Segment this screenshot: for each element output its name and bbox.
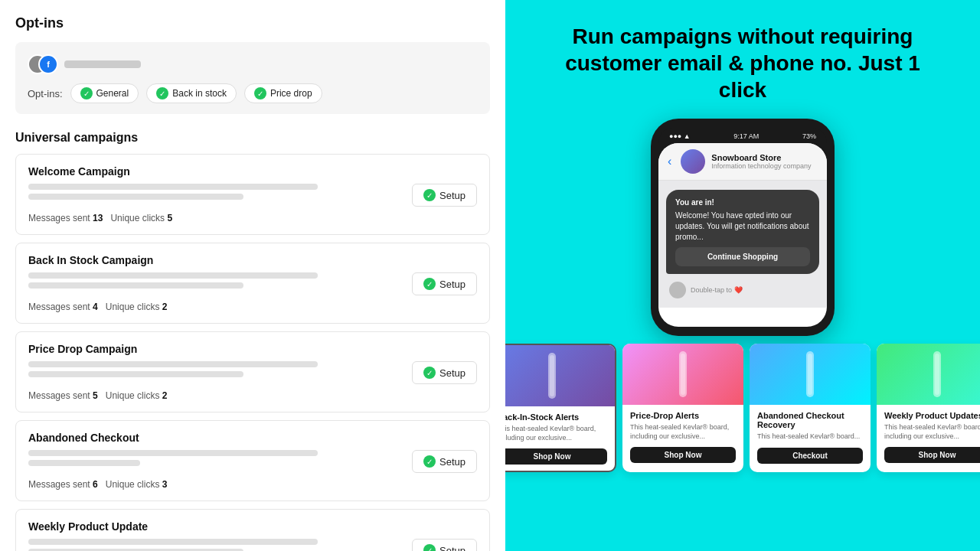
opt-in-badge-general[interactable]: ✓ General xyxy=(70,83,139,103)
check-icon-3: ✓ xyxy=(254,87,266,99)
mini-card-back-in-stock: Back-In-Stock Alerts This heat-sealed Ke… xyxy=(505,344,616,472)
campaign-stats-back: Messages sent 4 Unique clicks 2 xyxy=(28,302,477,312)
progress-bar-9 xyxy=(28,539,318,545)
double-tap-row: Double-tap to ❤️ xyxy=(666,282,819,298)
setup-button-weekly[interactable]: ✓ Setup xyxy=(412,539,477,551)
opt-ins-label: Opt-ins: xyxy=(28,88,63,99)
progress-bar-7 xyxy=(28,450,318,456)
mini-card-img-2 xyxy=(750,344,871,405)
message-bubble: You are in! Welcome! You have opted into… xyxy=(666,190,819,274)
check-icon: ✓ xyxy=(80,87,93,99)
left-panel: Opt-ins f Opt-ins: ✓ General ✓ Back in s… xyxy=(0,0,505,551)
mini-card-desc-0: This heat-sealed Kevlar® board, includin… xyxy=(505,425,607,442)
opt-in-badge-back-in-stock[interactable]: ✓ Back in stock xyxy=(146,83,237,103)
setup-button-back[interactable]: ✓ Setup xyxy=(412,272,477,295)
campaign-header-price: ✓ Setup xyxy=(28,361,477,384)
progress-bar-4 xyxy=(28,282,243,289)
phone-screen: ‹ Snowboard Store Information technology… xyxy=(658,143,827,327)
right-headline: Run campaigns without requiring customer… xyxy=(544,23,942,103)
avatar-facebook: f xyxy=(38,54,58,74)
mini-card-btn-0[interactable]: Shop Now xyxy=(505,448,607,465)
user-bar xyxy=(64,60,141,68)
campaign-card-back-in-stock: Back In Stock Campaign ✓ Setup Messages … xyxy=(15,243,490,324)
phone-signal: ●●● ▲ xyxy=(669,132,691,140)
progress-bars-weekly xyxy=(28,539,400,551)
phone-status-bar: ●●● ▲ 9:17 AM 73% xyxy=(658,128,827,143)
progress-bars-price xyxy=(28,361,400,377)
campaign-card-abandoned: Abandoned Checkout ✓ Setup Messages sent… xyxy=(15,420,490,501)
setup-button-abandoned[interactable]: ✓ Setup xyxy=(412,450,477,473)
messenger-header: ‹ Snowboard Store Information technology… xyxy=(658,143,827,181)
progress-bar-6 xyxy=(28,371,243,377)
mini-card-btn-1[interactable]: Shop Now xyxy=(630,447,736,463)
mini-card-btn-2[interactable]: Checkout xyxy=(757,448,863,464)
mini-card-body-1: Price-Drop Alerts This heat-sealed Kevla… xyxy=(622,405,743,469)
opt-ins-card: f Opt-ins: ✓ General ✓ Back in stock ✓ P… xyxy=(15,42,490,114)
message-body: Welcome! You have opted into our updates… xyxy=(675,210,810,243)
mini-card-desc-3: This heat-sealed Kevlar® board, includin… xyxy=(884,423,980,441)
mini-card-body-2: Abandoned Checkout Recovery This heat-se… xyxy=(750,405,871,470)
messenger-avatar xyxy=(681,149,705,174)
campaign-cards-row: Back-In-Stock Alerts This heat-sealed Ke… xyxy=(505,344,980,472)
setup-button-welcome[interactable]: ✓ Setup xyxy=(412,184,477,207)
check-icon-2: ✓ xyxy=(156,87,168,99)
campaign-stats-abandoned: Messages sent 6 Unique clicks 3 xyxy=(28,479,477,490)
store-sub: Information technology company xyxy=(711,162,811,170)
campaign-name-price: Price Drop Campaign xyxy=(28,343,477,355)
setup-button-price[interactable]: ✓ Setup xyxy=(412,361,477,384)
progress-bar-5 xyxy=(28,361,318,367)
mini-card-desc-2: This heat-sealed Kevlar® board... xyxy=(757,432,863,442)
messenger-info: Snowboard Store Information technology c… xyxy=(711,153,811,170)
mini-card-abandoned-checkout: Abandoned Checkout Recovery This heat-se… xyxy=(750,344,871,472)
progress-bars-welcome xyxy=(28,184,400,200)
check-icon-setup-3: ✓ xyxy=(423,367,436,379)
svg-rect-3 xyxy=(681,354,685,395)
campaign-header-back: ✓ Setup xyxy=(28,272,477,295)
store-name: Snowboard Store xyxy=(711,153,811,162)
campaign-card-welcome: Welcome Campaign ✓ Setup Messages sent 1… xyxy=(15,154,490,235)
back-arrow-icon: ‹ xyxy=(668,155,671,168)
mini-card-btn-3[interactable]: Shop Now xyxy=(884,447,980,463)
mini-card-body-0: Back-In-Stock Alerts This heat-sealed Ke… xyxy=(505,406,615,471)
campaign-stats-welcome: Messages sent 13 Unique clicks 5 xyxy=(28,213,477,223)
campaign-card-price-drop: Price Drop Campaign ✓ Setup Messages sen… xyxy=(15,331,490,412)
svg-rect-5 xyxy=(808,354,812,395)
campaign-name-abandoned: Abandoned Checkout xyxy=(28,432,477,444)
mini-card-title-0: Back-In-Stock Alerts xyxy=(505,412,607,422)
mini-card-img-1 xyxy=(622,344,743,405)
phone-time: 9:17 AM xyxy=(733,132,759,140)
mini-card-img-0 xyxy=(505,345,615,406)
right-panel: Run campaigns without requiring customer… xyxy=(505,0,980,551)
opt-in-badge-price-drop[interactable]: ✓ Price drop xyxy=(244,83,322,103)
campaign-header-welcome: ✓ Setup xyxy=(28,184,477,207)
mini-card-title-1: Price-Drop Alerts xyxy=(630,411,736,420)
campaign-stats-price: Messages sent 5 Unique clicks 2 xyxy=(28,390,477,401)
mini-card-weekly-update: Weekly Product Updates This heat-sealed … xyxy=(877,344,980,472)
opt-ins-row: Opt-ins: ✓ General ✓ Back in stock ✓ Pri… xyxy=(28,83,478,103)
check-icon-setup: ✓ xyxy=(423,189,436,201)
progress-bars-abandoned xyxy=(28,450,400,466)
progress-bar-8 xyxy=(28,460,140,466)
check-icon-setup-4: ✓ xyxy=(423,455,436,468)
page-title: Opt-ins xyxy=(15,15,490,31)
campaign-name-back: Back In Stock Campaign xyxy=(28,254,477,266)
message-title: You are in! xyxy=(675,197,810,208)
mini-card-img-3 xyxy=(877,344,980,405)
campaign-header-weekly: ✓ Setup xyxy=(28,539,477,551)
progress-bar-2 xyxy=(28,194,243,200)
mini-card-price-drop: Price-Drop Alerts This heat-sealed Kevla… xyxy=(622,344,743,472)
continue-shopping-button[interactable]: Continue Shopping xyxy=(675,247,810,266)
check-icon-setup-5: ✓ xyxy=(423,544,436,551)
mini-card-body-3: Weekly Product Updates This heat-sealed … xyxy=(877,405,980,469)
opt-ins-user-row: f xyxy=(28,53,478,76)
messenger-body: You are in! Welcome! You have opted into… xyxy=(658,181,827,308)
section-title: Universal campaigns xyxy=(15,131,490,145)
progress-bar-1 xyxy=(28,184,318,190)
campaign-name-welcome: Welcome Campaign xyxy=(28,165,477,178)
phone-mockup: ●●● ▲ 9:17 AM 73% ‹ Snowboard Store Info… xyxy=(651,119,835,336)
campaign-header-abandoned: ✓ Setup xyxy=(28,450,477,473)
double-tap-text: Double-tap to ❤️ xyxy=(691,286,743,294)
mini-card-title-3: Weekly Product Updates xyxy=(884,411,980,420)
avatar-stack: f xyxy=(28,53,58,76)
mini-card-desc-1: This heat-sealed Kevlar® board, includin… xyxy=(630,423,736,441)
